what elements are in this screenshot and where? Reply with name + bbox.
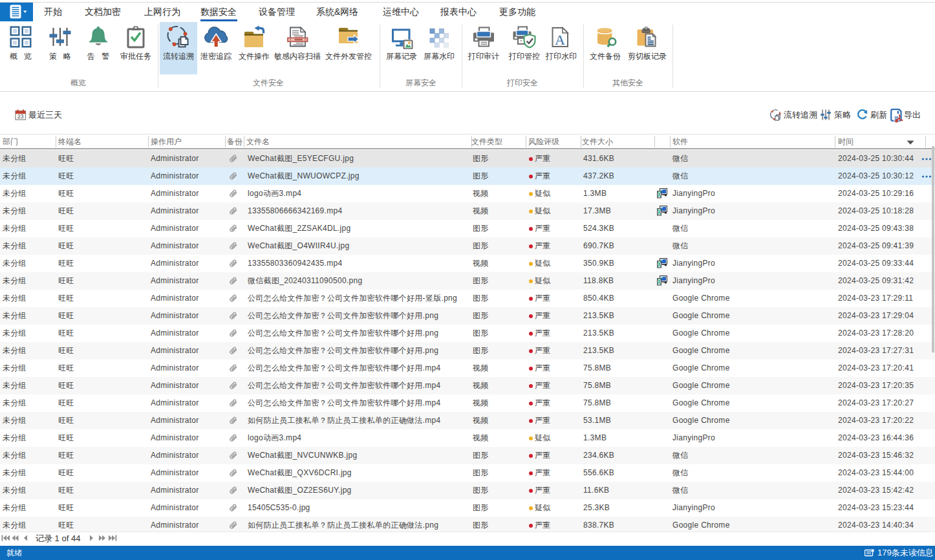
svg-text:23: 23 — [17, 113, 24, 120]
svg-text:A: A — [555, 32, 565, 48]
